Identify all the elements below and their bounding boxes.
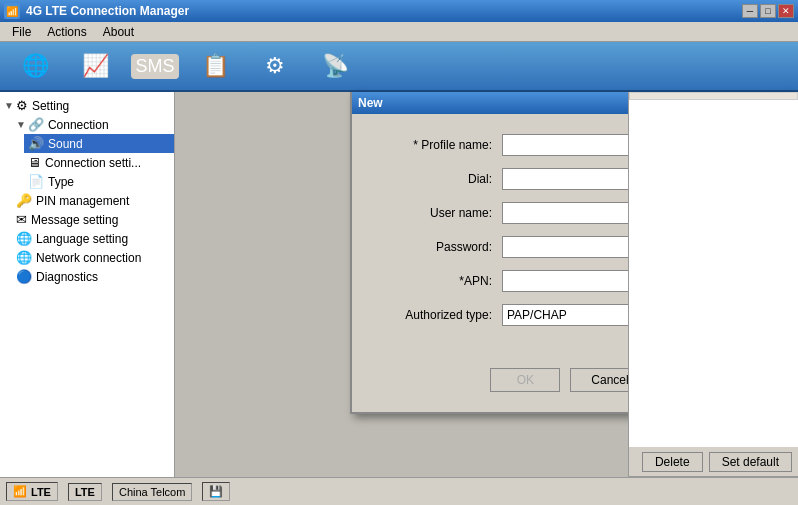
- window-title: 4G LTE Connection Manager: [26, 4, 189, 18]
- sidebar-item-setting-label: Setting: [32, 99, 69, 113]
- sidebar-item-connection-label: Connection: [48, 118, 109, 132]
- sidebar-item-message[interactable]: ✉ Message setting: [12, 210, 174, 229]
- maximize-button[interactable]: □: [760, 4, 776, 18]
- network-icon: 🌐: [16, 250, 32, 265]
- sidebar-item-diagnostics-label: Diagnostics: [36, 270, 98, 284]
- status-bar: 📶 LTE LTE China Telcom 💾: [0, 477, 798, 505]
- main-layout: ▼ ⚙ Setting ▼ 🔗 Connection 🔊 Sound 🖥 Con…: [0, 92, 798, 477]
- profile-name-label: * Profile name:: [382, 138, 502, 152]
- sidebar-item-setting[interactable]: ▼ ⚙ Setting: [0, 96, 174, 115]
- sidebar-item-message-label: Message setting: [31, 213, 118, 227]
- internet-icon: 🌐: [22, 53, 49, 79]
- menu-file[interactable]: File: [4, 23, 39, 41]
- right-table-area: [629, 92, 798, 447]
- lte-text: LTE: [75, 486, 95, 498]
- close-button[interactable]: ✕: [778, 4, 794, 18]
- right-panel: Delete Set default: [628, 92, 798, 477]
- right-table: [629, 92, 798, 100]
- sidebar-item-connection[interactable]: ▼ 🔗 Connection: [12, 115, 174, 134]
- toolbar-sms[interactable]: SMS: [130, 44, 180, 88]
- app-icon: 📶: [4, 3, 20, 19]
- sidebar-item-network-label: Network connection: [36, 251, 141, 265]
- modal-title: New: [358, 96, 383, 110]
- sidebar-item-sound-label: Sound: [48, 137, 83, 151]
- password-label: Password:: [382, 240, 502, 254]
- sidebar-item-sound[interactable]: 🔊 Sound: [24, 134, 174, 153]
- menu-actions[interactable]: Actions: [39, 23, 94, 41]
- toolbar-contacts[interactable]: 📋: [190, 44, 240, 88]
- connection-icon: 🔗: [28, 117, 44, 132]
- table-header-col1: [630, 93, 798, 100]
- right-panel-footer: Delete Set default: [629, 447, 798, 477]
- sidebar-item-pin[interactable]: 🔑 PIN management: [12, 191, 174, 210]
- toolbar-internet[interactable]: 🌐: [10, 44, 60, 88]
- toolbar-stats[interactable]: 📈: [70, 44, 120, 88]
- minimize-button[interactable]: ─: [742, 4, 758, 18]
- content-area: New ✕ * Profile name: Dial:: [175, 92, 798, 477]
- ok-button[interactable]: OK: [490, 368, 560, 392]
- delete-button[interactable]: Delete: [642, 452, 703, 472]
- title-bar: 📶 4G LTE Connection Manager ─ □ ✕: [0, 0, 798, 22]
- apn-label: *APN:: [382, 274, 502, 288]
- contacts-icon: 📋: [202, 53, 229, 79]
- menu-bar: File Actions About: [0, 22, 798, 42]
- dial-label: Dial:: [382, 172, 502, 186]
- settings-gear-icon: ⚙: [265, 53, 285, 79]
- sidebar-item-connection-setting-label: Connection setti...: [45, 156, 141, 170]
- signal-lte-label: LTE: [31, 486, 51, 498]
- sidebar: ▼ ⚙ Setting ▼ 🔗 Connection 🔊 Sound 🖥 Con…: [0, 92, 175, 477]
- pin-icon: 🔑: [16, 193, 32, 208]
- sms-icon: SMS: [131, 54, 178, 79]
- sidebar-item-type[interactable]: 📄 Type: [24, 172, 174, 191]
- diagnostics-icon: 🔵: [16, 269, 32, 284]
- sidebar-item-network[interactable]: 🌐 Network connection: [12, 248, 174, 267]
- lte-badge: LTE: [68, 483, 102, 501]
- username-label: User name:: [382, 206, 502, 220]
- authorized-type-label: Authorized type:: [382, 308, 502, 322]
- wifi-icon: 📡: [322, 53, 349, 79]
- sidebar-item-language-label: Language setting: [36, 232, 128, 246]
- expand-connection-icon: ▼: [16, 119, 26, 130]
- sidebar-item-pin-label: PIN management: [36, 194, 129, 208]
- menu-about[interactable]: About: [95, 23, 142, 41]
- sidebar-item-diagnostics[interactable]: 🔵 Diagnostics: [12, 267, 174, 286]
- sidebar-item-type-label: Type: [48, 175, 74, 189]
- carrier-label: China Telcom: [119, 486, 185, 498]
- toolbar-settings[interactable]: ⚙: [250, 44, 300, 88]
- signal-status: 📶 LTE: [6, 482, 58, 501]
- carrier-status: China Telcom: [112, 483, 192, 501]
- toolbar: 🌐 📈 SMS 📋 ⚙ 📡: [0, 42, 798, 92]
- window-controls: ─ □ ✕: [742, 4, 794, 18]
- message-icon: ✉: [16, 212, 27, 227]
- expand-setting-icon: ▼: [4, 100, 14, 111]
- stats-icon: 📈: [82, 53, 109, 79]
- type-icon: 📄: [28, 174, 44, 189]
- connection-setting-icon: 🖥: [28, 155, 41, 170]
- set-default-button[interactable]: Set default: [709, 452, 792, 472]
- sidebar-item-connection-setting[interactable]: 🖥 Connection setti...: [24, 153, 174, 172]
- toolbar-wifi[interactable]: 📡: [310, 44, 360, 88]
- sidebar-item-language[interactable]: 🌐 Language setting: [12, 229, 174, 248]
- signal-icon: 📶: [13, 485, 27, 498]
- device-status: 💾: [202, 482, 230, 501]
- sound-icon: 🔊: [28, 136, 44, 151]
- setting-icon: ⚙: [16, 98, 28, 113]
- language-icon: 🌐: [16, 231, 32, 246]
- device-icon: 💾: [209, 485, 223, 498]
